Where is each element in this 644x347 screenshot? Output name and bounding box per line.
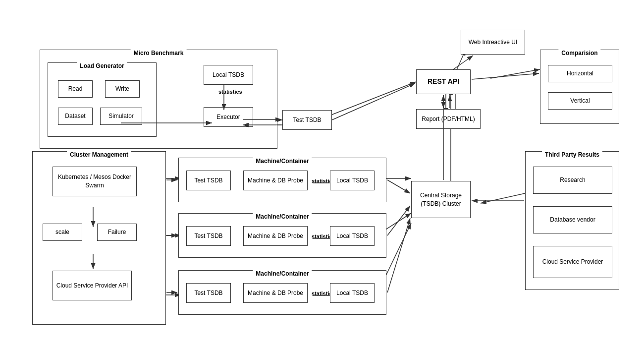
rest-api-box: REST API <box>416 69 471 94</box>
cloud-service-api-box: Cloud Service Provider API <box>53 271 132 300</box>
machine-container2: Machine/Container Test TSDB Machine & DB… <box>178 213 386 258</box>
comparison-container: Comparision Horizontal Vertical <box>540 50 619 124</box>
write-box: Write <box>105 80 140 98</box>
cluster-management-title: Cluster Management <box>67 151 131 158</box>
machine-container1: Machine/Container Test TSDB Machine & DB… <box>178 158 386 202</box>
svg-line-10 <box>490 69 540 78</box>
machine-container3: Machine/Container Test TSDB Machine & DB… <box>178 270 386 315</box>
test-tsdb2-box: Test TSDB <box>186 226 231 246</box>
machine-db-probe3-box: Machine & DB Probe <box>243 283 308 303</box>
machine-db-probe1-box: Machine & DB Probe <box>243 171 308 190</box>
load-generator-container: Load Generator Read Write Dataset Simula… <box>48 62 157 137</box>
horizontal-box: Horizontal <box>548 65 612 82</box>
svg-line-29 <box>332 83 415 120</box>
cluster-management-container: Cluster Management Kubernetes / Mesos Do… <box>32 151 166 325</box>
svg-line-20 <box>481 193 525 203</box>
svg-line-41 <box>387 218 410 292</box>
test-tsdb-top: Test TSDB <box>282 110 332 130</box>
local-tsdb2-box: Local TSDB <box>330 226 375 246</box>
svg-line-39 <box>387 180 410 193</box>
micro-benchmark-container: Micro Benchmark Load Generator Read Writ… <box>40 50 277 149</box>
local-tsdb-top: Local TSDB <box>204 65 253 85</box>
test-tsdb3-box: Test TSDB <box>186 283 231 303</box>
local-tsdb1-box: Local TSDB <box>330 171 375 190</box>
micro-benchmark-title: Micro Benchmark <box>131 50 187 57</box>
vertical-box: Vertical <box>548 92 612 110</box>
local-tsdb3-box: Local TSDB <box>330 283 375 303</box>
comparison-title: Comparision <box>558 50 600 57</box>
machine-db-probe2-box: Machine & DB Probe <box>243 226 308 246</box>
architecture-diagram: Micro Benchmark Load Generator Read Writ… <box>0 0 644 347</box>
db-vendor-box: Database vendor <box>533 206 612 233</box>
machine-container3-title: Machine/Container <box>253 270 312 277</box>
web-ui-box: Web Intreactive UI <box>461 30 525 55</box>
machine-container2-title: Machine/Container <box>253 213 312 220</box>
svg-line-40 <box>387 206 410 235</box>
report-box: Report (PDF/HTML) <box>416 109 481 129</box>
test-tsdb1-box: Test TSDB <box>186 171 231 190</box>
third-party-title: Third Party Results <box>542 151 602 158</box>
svg-line-6 <box>317 82 416 120</box>
dataset-box: Dataset <box>58 108 93 125</box>
kubernetes-box: Kubernetes / Mesos Docker Swarm <box>53 167 137 196</box>
simulator-box: Simulator <box>100 108 142 125</box>
load-generator-title: Load Generator <box>77 62 127 69</box>
machine-container1-title: Machine/Container <box>253 158 312 165</box>
svg-line-32 <box>453 56 473 69</box>
third-party-container: Third Party Results Research Database ve… <box>525 151 619 290</box>
statistics-label-top: statistics <box>218 89 242 95</box>
svg-line-33 <box>472 73 539 79</box>
research-box: Research <box>533 167 612 194</box>
read-box: Read <box>58 80 93 98</box>
central-storage-box: Central Storage (TSDB) Cluster <box>411 181 471 218</box>
scale-box: scale <box>43 224 82 241</box>
failure-box: Failure <box>97 224 137 241</box>
cloud-provider-box: Cloud Service Provider <box>533 246 612 278</box>
executor-box: Executor <box>204 107 253 127</box>
